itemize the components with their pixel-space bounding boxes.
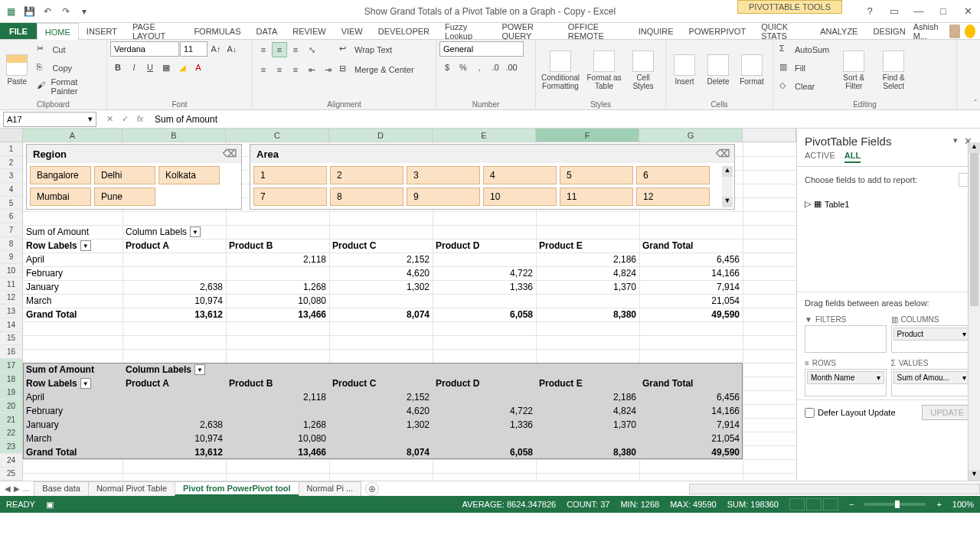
select-all-corner[interactable] — [0, 129, 23, 142]
delete-cells-button[interactable]: Delete — [703, 41, 733, 99]
row-header-6[interactable]: 6 — [0, 210, 23, 223]
help-button[interactable]: ? — [861, 4, 879, 19]
tab-power-query[interactable]: POWER QUERY — [494, 23, 560, 39]
font-color-button[interactable]: A — [191, 60, 206, 75]
row-header-4[interactable]: 4 — [0, 183, 23, 197]
qat-menu-icon[interactable]: ▾ — [78, 5, 90, 18]
row-header-20[interactable]: 20 — [0, 399, 23, 413]
font-size-select[interactable] — [180, 41, 207, 57]
row-header-3[interactable]: 3 — [0, 169, 23, 183]
row-header-14[interactable]: 14 — [0, 318, 23, 332]
tab-design[interactable]: DESIGN — [865, 23, 913, 39]
tab-page-layout[interactable]: PAGE LAYOUT — [125, 23, 186, 39]
tab-insert[interactable]: INSERT — [79, 23, 125, 39]
zoom-level[interactable]: 100% — [952, 500, 974, 509]
view-normal-button[interactable] — [789, 498, 805, 510]
enter-formula-button[interactable]: ✓ — [118, 114, 132, 124]
pivot-dropdown-button[interactable]: ▼ — [80, 378, 91, 389]
pivot-row-labels[interactable]: Row Labels▼ — [23, 377, 122, 390]
sheet-tab-base-data[interactable]: Base data — [34, 481, 89, 496]
increase-indent-button[interactable]: ⇥ — [320, 62, 335, 77]
tab-fuzzy-lookup[interactable]: Fuzzy Lookup — [437, 23, 494, 39]
row-header-15[interactable]: 15 — [0, 332, 23, 346]
align-center-button[interactable]: ≡ — [272, 62, 287, 77]
insert-cells-button[interactable]: Insert — [669, 41, 700, 99]
border-button[interactable]: ▦ — [158, 60, 174, 75]
pivot-dropdown-button[interactable]: ▼ — [194, 364, 205, 375]
avatar[interactable] — [949, 24, 960, 38]
slicer-area-item[interactable]: 6 — [636, 166, 710, 184]
tab-home[interactable]: HOME — [37, 23, 79, 40]
clear-button[interactable]: ◇Clear — [776, 78, 832, 95]
increase-font-button[interactable]: A↑ — [208, 41, 224, 57]
expand-icon[interactable]: ▷ — [805, 199, 811, 209]
row-header-2[interactable]: 2 — [0, 156, 23, 170]
sheet-tab-pivot-powerpivot[interactable]: Pivot from PowerPivot tool — [175, 481, 299, 496]
tab-formulas[interactable]: FORMULAS — [186, 23, 248, 39]
slicer-area-item[interactable]: 9 — [407, 187, 480, 206]
slicer-area-item[interactable]: 11 — [560, 187, 633, 206]
column-header-D[interactable]: D — [329, 129, 433, 142]
chevron-down-icon[interactable]: ▾ — [962, 330, 966, 338]
formula-input[interactable]: Sum of Amount — [150, 114, 980, 125]
user-area[interactable]: Ashish M... — [913, 23, 980, 39]
slicer-scroll-up[interactable]: ▲ — [722, 166, 733, 177]
fields-tab-all[interactable]: ALL — [844, 151, 861, 163]
align-bottom-button[interactable]: ≡ — [288, 42, 303, 57]
row-header-17[interactable]: 17 — [0, 359, 23, 373]
column-header-B[interactable]: B — [122, 129, 226, 142]
close-button[interactable]: ✕ — [959, 4, 977, 19]
pivot-row-labels[interactable]: Row Labels▼ — [23, 239, 122, 253]
row-header-13[interactable]: 13 — [0, 305, 23, 318]
font-name-select[interactable] — [110, 41, 179, 57]
comma-button[interactable]: , — [472, 60, 487, 75]
sheet-tab-normal-pi[interactable]: Normal Pi ... — [299, 481, 362, 496]
view-page-break-button[interactable] — [823, 498, 838, 510]
cut-button[interactable]: ✂Cut — [34, 41, 103, 58]
clear-filter-icon[interactable]: ⌫ — [223, 148, 235, 160]
sheet-nav-first[interactable]: ◀ — [5, 484, 11, 493]
row-header-10[interactable]: 10 — [0, 264, 23, 278]
merge-center-button[interactable]: ⊟Merge & Center — [336, 61, 417, 78]
row-header-21[interactable]: 21 — [0, 413, 23, 427]
zoom-slider[interactable] — [864, 503, 926, 506]
tab-view[interactable]: VIEW — [334, 23, 371, 39]
wrap-text-button[interactable]: ↩Wrap Text — [336, 41, 395, 58]
maximize-button[interactable]: □ — [934, 4, 952, 19]
slicer-area-item[interactable]: 5 — [560, 166, 633, 184]
align-middle-button[interactable]: ≡ — [272, 42, 287, 57]
tab-review[interactable]: REVIEW — [285, 23, 333, 39]
row-header-8[interactable]: 8 — [0, 237, 23, 251]
row-header-7[interactable]: 7 — [0, 223, 23, 237]
find-select-button[interactable]: Find & Select — [875, 41, 912, 99]
tab-inquire[interactable]: INQUIRE — [631, 23, 681, 39]
row-header-1[interactable]: 1 — [0, 142, 23, 156]
sheet-nav-prev[interactable]: ▶ — [14, 484, 20, 493]
fields-tab-active[interactable]: ACTIVE — [805, 151, 835, 163]
tab-quick-stats[interactable]: QUICK STATS — [753, 23, 812, 39]
row-header-18[interactable]: 18 — [0, 373, 23, 386]
view-page-layout-button[interactable] — [806, 498, 822, 510]
update-button[interactable]: UPDATE — [922, 405, 972, 420]
fill-button[interactable]: ▥Fill — [776, 60, 832, 77]
pivot-column-labels[interactable]: Column Labels▼ — [122, 363, 226, 377]
cancel-formula-button[interactable]: ✕ — [103, 114, 116, 124]
cell-styles-button[interactable]: Cell Styles — [626, 41, 660, 99]
tab-file[interactable]: FILE — [0, 23, 37, 39]
slicer-area[interactable]: Area⌫123456789101112▲▼ — [250, 144, 735, 210]
align-left-button[interactable]: ≡ — [256, 62, 271, 77]
format-painter-button[interactable]: 🖌Format Painter — [34, 78, 103, 95]
row-header-12[interactable]: 12 — [0, 292, 23, 305]
column-header-G[interactable]: G — [639, 129, 743, 142]
slicer-area-item[interactable]: 1 — [253, 166, 327, 184]
defer-layout-checkbox[interactable]: Defer Layout Update — [805, 408, 896, 418]
slicer-region[interactable]: Region⌫BangaloreDelhiKolkataMumbaiPune — [26, 144, 242, 210]
slicer-region-item[interactable]: Mumbai — [30, 187, 91, 206]
sheet-nav-dots[interactable]: ... — [23, 484, 29, 493]
orientation-button[interactable]: ⤡ — [304, 42, 319, 57]
decrease-indent-button[interactable]: ⇤ — [304, 62, 319, 77]
italic-button[interactable]: I — [126, 60, 142, 75]
row-header-23[interactable]: 23 — [0, 440, 23, 454]
pivot-dropdown-button[interactable]: ▼ — [80, 240, 91, 251]
slicer-area-item[interactable]: 8 — [330, 187, 403, 206]
